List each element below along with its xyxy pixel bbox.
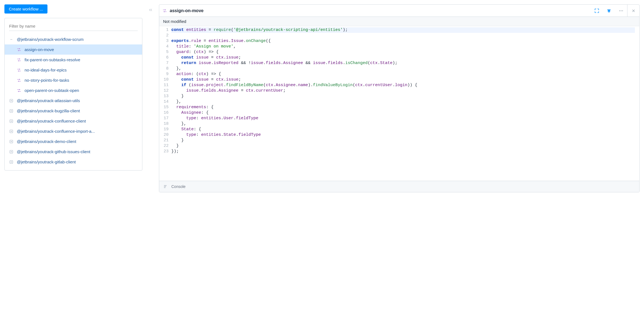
console-bar[interactable]: Console bbox=[159, 181, 639, 192]
workflow-icon bbox=[17, 68, 21, 72]
code-lines: const entities = require('@jetbrains/you… bbox=[171, 27, 639, 180]
workflow-group[interactable]: @jetbrains/youtrack-bugzilla-client bbox=[5, 106, 142, 116]
collapse-sidebar-button[interactable] bbox=[147, 6, 155, 14]
workflow-rule-item[interactable]: assign-on-move bbox=[5, 44, 142, 55]
workflow-group-label: @jetbrains/youtrack-github-issues-client bbox=[17, 149, 90, 154]
workflow-group-label: @jetbrains/youtrack-demo-client bbox=[17, 139, 76, 144]
code-line: }); bbox=[171, 149, 635, 154]
code-line: }, bbox=[171, 99, 635, 105]
code-line: requirements: { bbox=[171, 105, 635, 110]
workflow-rule-item[interactable]: no-ideal-days-for-epics bbox=[5, 65, 142, 75]
close-button[interactable] bbox=[627, 5, 639, 17]
more-menu-button[interactable] bbox=[615, 5, 627, 17]
code-line bbox=[171, 33, 635, 38]
workflow-group[interactable]: @jetbrains/youtrack-atlassian-utils bbox=[5, 95, 142, 106]
code-line: guard: (ctx) => { bbox=[171, 49, 635, 55]
workflow-icon bbox=[17, 58, 21, 62]
workflow-icon bbox=[163, 9, 167, 13]
code-line: exports.rule = entities.Issue.onChange({ bbox=[171, 38, 635, 44]
expand-icon bbox=[9, 139, 14, 144]
workflow-group-label: @jetbrains/youtrack-gitlab-client bbox=[17, 160, 76, 164]
code-line: }, bbox=[171, 121, 635, 127]
code-line: action: (ctx) => { bbox=[171, 71, 635, 77]
code-line: title: 'Assign on move', bbox=[171, 44, 635, 49]
workflow-group-label: @jetbrains/youtrack-atlassian-utils bbox=[17, 98, 80, 103]
workflow-rule-label: no-story-points-for-tasks bbox=[25, 78, 69, 83]
expand-icon bbox=[9, 119, 14, 123]
expand-icon bbox=[9, 129, 14, 134]
workflow-group[interactable]: @jetbrains/youtrack-gitlab-client bbox=[5, 157, 142, 167]
workflow-tree-panel: @jetbrains/youtrack-workflow-scrumassign… bbox=[4, 18, 142, 171]
workflow-group[interactable]: @jetbrains/youtrack-github-issues-client bbox=[5, 147, 142, 157]
svg-point-25 bbox=[621, 10, 622, 11]
workflow-group-label: @jetbrains/youtrack-confluence-client bbox=[17, 119, 86, 123]
status-bar: Not modified bbox=[159, 17, 639, 26]
code-line: if (issue.project.findFieldByName(ctx.As… bbox=[171, 83, 635, 88]
svg-point-26 bbox=[622, 10, 623, 11]
code-line: } bbox=[171, 143, 635, 149]
workflow-group-label: @jetbrains/youtrack-workflow-scrum bbox=[17, 37, 84, 42]
workflow-rule-label: assign-on-move bbox=[25, 47, 54, 52]
expand-icon bbox=[9, 99, 14, 103]
code-line: return issue.isReported && !issue.fields… bbox=[171, 60, 635, 66]
code-line: State: { bbox=[171, 127, 635, 132]
workflow-icon bbox=[17, 78, 21, 83]
workflow-rule-item[interactable]: open-parent-on-subtask-open bbox=[5, 85, 142, 95]
permissions-button[interactable] bbox=[603, 5, 615, 17]
console-icon bbox=[163, 184, 167, 189]
code-line: }, bbox=[171, 66, 635, 71]
code-line: } bbox=[171, 138, 635, 143]
workflow-group[interactable]: @jetbrains/youtrack-confluence-client bbox=[5, 116, 142, 126]
workflow-group-label: @jetbrains/youtrack-bugzilla-client bbox=[17, 108, 80, 113]
code-line: } bbox=[171, 94, 635, 99]
line-gutter: 1234567891011121314151617181920212223 bbox=[159, 27, 171, 180]
svg-rect-22 bbox=[607, 9, 611, 10]
workflow-group[interactable]: @jetbrains/youtrack-confluence-import-a.… bbox=[5, 126, 142, 136]
workflow-rule-label: open-parent-on-subtask-open bbox=[25, 88, 79, 93]
expand-icon bbox=[9, 109, 14, 113]
code-line: type: entities.State.fieldType bbox=[171, 132, 635, 138]
expand-icon bbox=[9, 150, 14, 154]
create-workflow-button[interactable]: Create workflow ... bbox=[4, 4, 47, 14]
editor-header: assign-on-move bbox=[159, 5, 639, 17]
svg-point-23 bbox=[609, 11, 610, 12]
svg-point-24 bbox=[619, 10, 620, 11]
editor-panel: assign-on-move bbox=[159, 4, 640, 192]
code-line: const entities = require('@jetbrains/you… bbox=[171, 27, 635, 33]
workflow-group-label: @jetbrains/youtrack-confluence-import-a.… bbox=[17, 129, 95, 134]
workflow-rule-label: fix-parent-on-subtasks-resolve bbox=[25, 57, 80, 62]
console-label: Console bbox=[171, 184, 185, 189]
code-line: issue.fields.Assignee = ctx.currentUser; bbox=[171, 88, 635, 94]
workflow-rule-item[interactable]: fix-parent-on-subtasks-resolve bbox=[5, 55, 142, 65]
workflow-icon bbox=[17, 47, 21, 52]
filter-input[interactable] bbox=[9, 22, 138, 31]
editor-actions bbox=[591, 5, 639, 17]
editor-title: assign-on-move bbox=[170, 8, 204, 13]
workflow-group[interactable]: @jetbrains/youtrack-demo-client bbox=[5, 136, 142, 147]
code-line: Assignee: { bbox=[171, 110, 635, 116]
collapse-icon bbox=[9, 37, 14, 42]
workflow-rule-item[interactable]: no-story-points-for-tasks bbox=[5, 75, 142, 85]
sidebar: Create workflow ... @jetbrains/youtrack-… bbox=[4, 4, 142, 171]
workflow-rule-label: no-ideal-days-for-epics bbox=[25, 68, 67, 72]
code-line: type: entities.User.fieldType bbox=[171, 116, 635, 121]
workflow-icon bbox=[17, 88, 21, 93]
code-editor[interactable]: 1234567891011121314151617181920212223 co… bbox=[159, 26, 639, 181]
code-line: const issue = ctx.issue; bbox=[171, 55, 635, 60]
expand-icon bbox=[9, 160, 14, 164]
workflow-group[interactable]: @jetbrains/youtrack-workflow-scrum bbox=[5, 34, 142, 44]
code-line: const issue = ctx.issue; bbox=[171, 77, 635, 83]
fullscreen-button[interactable] bbox=[591, 5, 603, 17]
